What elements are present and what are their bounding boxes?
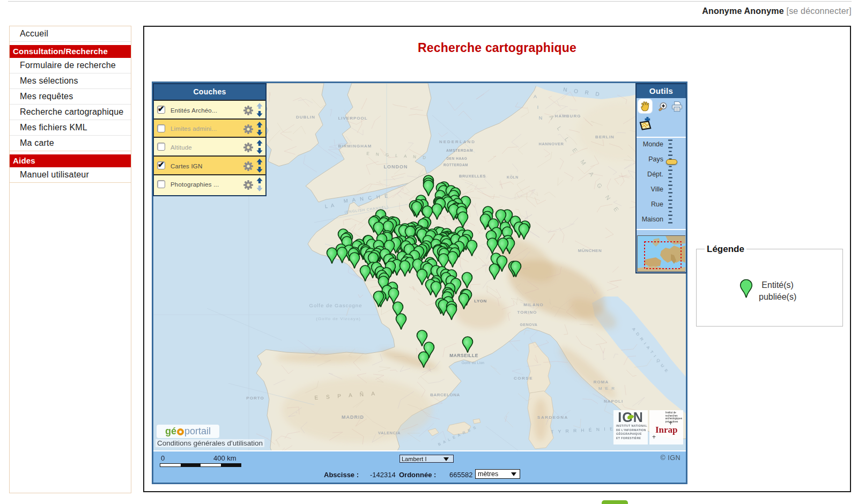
svg-text:LYON: LYON	[474, 299, 487, 303]
svg-text:SARDEGNA: SARDEGNA	[537, 415, 568, 420]
svg-text:GENOVA: GENOVA	[520, 323, 538, 327]
svg-text:AMSTERDAM: AMSTERDAM	[446, 149, 473, 152]
svg-text:HAMBURG: HAMBURG	[555, 114, 581, 118]
svg-text:I: I	[537, 105, 539, 110]
svg-text:N: N	[539, 115, 543, 121]
svg-text:A: A	[534, 94, 537, 99]
svg-text:(Golfo de Vizcaya): (Golfo de Vizcaya)	[316, 316, 361, 321]
svg-text:MÜNCHEN: MÜNCHEN	[578, 248, 602, 253]
svg-text:LIVERPOOL: LIVERPOOL	[338, 116, 367, 121]
svg-text:BERLIN: BERLIN	[595, 135, 615, 139]
svg-text:PORTO: PORTO	[246, 396, 264, 401]
svg-text:DUBLIN: DUBLIN	[296, 115, 315, 120]
svg-text:MADRID: MADRID	[342, 414, 364, 420]
svg-text:CORSE: CORSE	[514, 376, 533, 381]
svg-text:TORINO: TORINO	[517, 310, 537, 315]
svg-text:ROMA: ROMA	[594, 380, 609, 384]
svg-text:ROTTERDAM: ROTTERDAM	[443, 163, 468, 167]
svg-text:NEDERLAND: NEDERLAND	[439, 139, 476, 144]
svg-text:VALENCIA: VALENCIA	[378, 431, 401, 435]
svg-text:MARSEILLE: MARSEILLE	[449, 353, 478, 358]
svg-text:M E R: M E R	[598, 386, 616, 391]
svg-text:MILANO: MILANO	[523, 302, 544, 307]
svg-text:L A: L A	[324, 202, 336, 209]
svg-text:LONDON: LONDON	[384, 164, 408, 169]
svg-text:NAPOLI: NAPOLI	[604, 399, 623, 404]
svg-text:Golfe de Gascogne: Golfe de Gascogne	[309, 302, 363, 308]
svg-text:BRUXELLES: BRUXELLES	[459, 174, 486, 179]
svg-text:DEN HAAG: DEN HAAG	[447, 157, 468, 160]
svg-text:KÖLN: KÖLN	[507, 175, 519, 179]
svg-text:BIRMINGHAM: BIRMINGHAM	[338, 144, 372, 149]
svg-text:HANNOVER: HANNOVER	[539, 142, 564, 146]
svg-text:Golfe du Lion: Golfe du Lion	[462, 361, 485, 365]
svg-text:BARCELONA: BARCELONA	[430, 392, 460, 397]
